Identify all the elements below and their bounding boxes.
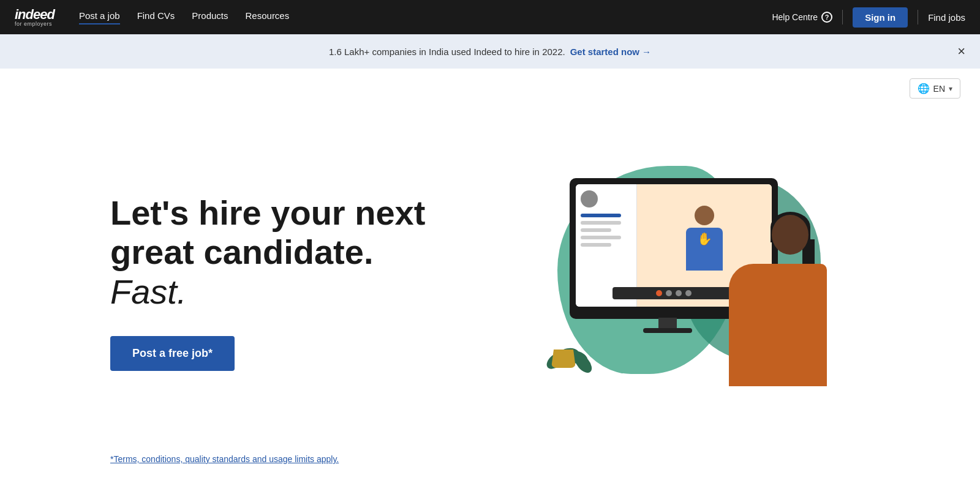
logo-sub-text: for employers	[15, 21, 55, 27]
banner-cta-label: Get started now	[570, 47, 639, 57]
screen-line-3	[581, 228, 611, 232]
interviewer-illustration	[717, 215, 827, 386]
screen-line-5	[581, 243, 611, 247]
hero-left: Let's hire your next great candidate. Fa…	[110, 193, 453, 371]
interviewer-body	[729, 264, 827, 386]
announcement-banner: 1.6 Lakh+ companies in India used Indeed…	[0, 34, 980, 69]
video-hand-icon: ✋	[697, 231, 712, 246]
screen-line-4	[581, 236, 621, 239]
control-dot-2	[676, 290, 682, 296]
monitor-stand	[658, 318, 677, 329]
screen-line-2	[581, 221, 621, 225]
help-icon: ?	[821, 12, 832, 23]
terms-link[interactable]: *Terms, conditions, quality standards an…	[110, 454, 339, 464]
lang-bar: 🌐 EN ▾	[0, 69, 980, 99]
banner-arrow-icon: →	[642, 47, 651, 57]
hero-illustration: ✋	[521, 160, 839, 405]
control-dot-3	[685, 290, 692, 296]
chevron-down-icon: ▾	[949, 84, 952, 93]
navbar-right: Help Centre ? Sign in Find jobs	[772, 7, 965, 28]
globe-icon: 🌐	[918, 83, 930, 94]
hero-headline-line1: Let's hire your next	[110, 193, 425, 232]
hero-headline-italic: Fast.	[110, 272, 186, 311]
signin-button[interactable]: Sign in	[853, 7, 908, 28]
hero-section: Let's hire your next great candidate. Fa…	[0, 99, 980, 454]
post-free-job-button[interactable]: Post a free job*	[110, 336, 235, 371]
logo: indeed for employers	[15, 8, 55, 27]
hero-headline-line2: great candidate.	[110, 233, 373, 271]
navbar-divider-1	[842, 10, 843, 24]
monitor-foot	[643, 328, 692, 333]
nav-links: Post a job Find CVs Products Resources	[79, 10, 753, 24]
hero-right: ✋	[453, 154, 907, 411]
lang-label: EN	[933, 84, 945, 94]
language-selector[interactable]: 🌐 EN ▾	[910, 78, 960, 99]
screen-avatar	[581, 190, 598, 207]
navbar-divider-2	[918, 10, 918, 24]
help-centre-label: Help Centre	[772, 12, 818, 22]
help-centre[interactable]: Help Centre ?	[772, 12, 832, 23]
terms-section: *Terms, conditions, quality standards an…	[0, 454, 980, 483]
banner-text: 1.6 Lakh+ companies in India used Indeed…	[329, 47, 565, 57]
logo-text: indeed	[15, 8, 55, 21]
nav-find-cvs[interactable]: Find CVs	[137, 10, 175, 24]
close-banner-button[interactable]: ×	[957, 45, 965, 58]
video-head	[695, 206, 714, 225]
hero-headline: Let's hire your next great candidate. Fa…	[110, 193, 453, 312]
nav-products[interactable]: Products	[192, 10, 228, 24]
screen-line-1	[581, 214, 621, 217]
banner-cta[interactable]: Get started now →	[570, 47, 651, 57]
navbar: indeed for employers Post a job Find CVs…	[0, 0, 980, 34]
plant-pot	[551, 350, 576, 368]
interviewer-head	[772, 215, 809, 255]
find-jobs-link[interactable]: Find jobs	[928, 12, 965, 23]
control-dot-1	[666, 290, 672, 296]
nav-post-a-job[interactable]: Post a job	[79, 10, 120, 24]
control-dot-red	[656, 290, 662, 296]
nav-resources[interactable]: Resources	[246, 10, 290, 24]
